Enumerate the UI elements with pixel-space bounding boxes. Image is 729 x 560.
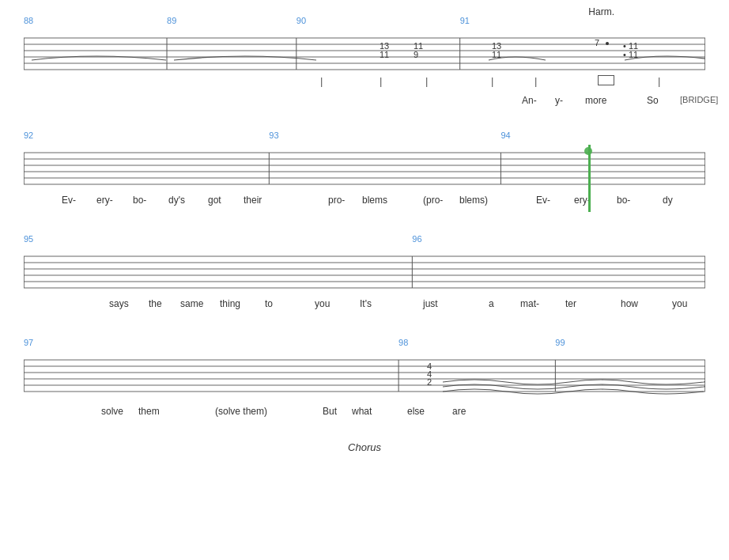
section-2: 92 93 94 Ev- (24, 131, 705, 222)
bridge-label: [BRIDGE] (680, 95, 718, 104)
lyric-the: the (149, 298, 162, 309)
staff-3 (24, 248, 705, 292)
lyric-an: An- (522, 95, 537, 106)
lyric-you2: you (672, 298, 687, 309)
section-1: 88 89 90 91 (24, 16, 705, 119)
lyric-bo2: bo- (617, 195, 630, 206)
staff-svg-2 (24, 145, 705, 188)
section-4: 97 98 99 4 4 2 (24, 338, 705, 433)
svg-point-18 (606, 42, 609, 45)
tick-3: | (425, 75, 428, 87)
lyric-else: else (407, 406, 425, 417)
lyric-blems: blems (362, 195, 387, 206)
lyric-ter: ter (565, 298, 576, 309)
staff-svg-4: 4 4 2 (24, 352, 705, 399)
lyric-says: says (109, 298, 129, 309)
lyric-just: just (423, 298, 438, 309)
lyric-dy: dy (663, 195, 673, 206)
lyric-more: more (585, 95, 606, 106)
lyric-so: So (647, 95, 659, 106)
lyric-y: y- (555, 95, 563, 106)
lyric-pro: pro- (328, 195, 345, 206)
lyrics-1: An- y- more So [BRIDGE] (24, 95, 705, 119)
lyric-but: But (323, 406, 337, 417)
measure-96: 96 (412, 234, 421, 244)
lyric-got: got (208, 195, 221, 206)
svg-text:9: 9 (414, 50, 418, 59)
lyric-bo: bo- (133, 195, 146, 206)
lyrics-4: solve them (solve them) But what else ar… (24, 406, 705, 433)
lyric-ev: Ev- (62, 195, 76, 206)
staff-svg-3 (24, 248, 705, 292)
lyric-blems2: blems) (459, 195, 488, 206)
playback-cursor (588, 145, 591, 212)
measure-93: 93 (269, 131, 278, 140)
svg-text:2: 2 (427, 377, 432, 387)
lyric-what: what (352, 406, 372, 417)
measure-nums-4: 97 98 99 (24, 338, 705, 352)
lyric-to: to (265, 298, 273, 309)
measure-91: 91 (460, 16, 470, 25)
lyric-their: their (244, 195, 262, 206)
staff-1: 13 11 11 9 13 11 7 • 11 • 11 (24, 30, 705, 74)
tick-4: | (491, 75, 493, 87)
tick-6: | (658, 75, 660, 87)
lyric-solve: solve (101, 406, 123, 417)
lyric-are: are (452, 406, 466, 417)
measure-98: 98 (398, 338, 408, 347)
chorus-label: Chorus (24, 441, 705, 453)
lyrics-2: Ev- ery- bo- dy's got their pro- blems (… (24, 195, 705, 222)
svg-text:7: 7 (595, 38, 599, 47)
staff-2 (24, 145, 705, 188)
lyric-how: how (621, 298, 638, 309)
measure-94: 94 (500, 131, 510, 140)
lyric-thing: thing (220, 298, 240, 309)
svg-text:11: 11 (380, 50, 389, 59)
lyrics-3: says the same thing to you It's just a m… (24, 298, 705, 326)
measure-nums-3: 95 96 (24, 234, 705, 248)
staff-lines-svg-1: 13 11 11 9 13 11 7 • 11 • 11 (24, 30, 705, 74)
staff-4: 4 4 2 (24, 352, 705, 399)
measure-nums-2: 92 93 94 (24, 131, 705, 145)
section-3: 95 96 says the same thing to y (24, 234, 705, 326)
measure-99: 99 (555, 338, 565, 347)
lyric-its: It's (360, 298, 372, 309)
bracket-mark (598, 75, 614, 85)
lyric-same: same (180, 298, 203, 309)
lyric-solve-them: (solve them) (215, 406, 267, 417)
measure-89: 89 (167, 16, 176, 25)
tick-marks-1: | | | | | | (24, 75, 705, 91)
measure-97: 97 (24, 338, 33, 347)
measure-90: 90 (297, 16, 306, 25)
lyric-you: you (315, 298, 330, 309)
lyric-dys: dy's (168, 195, 185, 206)
lyric-ev2: Ev- (536, 195, 550, 206)
measure-88: 88 (24, 16, 33, 25)
lyric-a: a (489, 298, 494, 309)
lyric-them: them (138, 406, 160, 417)
measure-95: 95 (24, 234, 33, 244)
measure-92: 92 (24, 131, 33, 140)
lyric-mat: mat- (520, 298, 539, 309)
lyric-pro2: (pro- (423, 195, 443, 206)
tick-1: | (320, 75, 323, 87)
tick-5: | (534, 75, 537, 87)
lyric-ery: ery- (96, 195, 113, 206)
tick-2: | (380, 75, 382, 87)
music-sheet: Harm. 88 89 90 91 (0, 0, 729, 461)
